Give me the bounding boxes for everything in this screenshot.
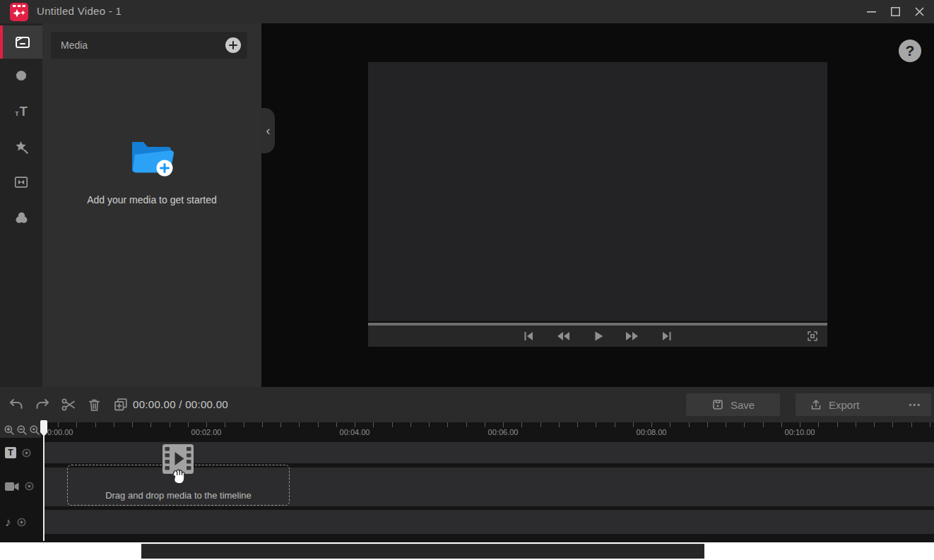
media-panel-title: Media [61,40,88,51]
sidebar-item-filters[interactable] [0,200,42,235]
ruler-tick [392,422,393,427]
ruler-tick [188,422,189,427]
ruler-tick [58,422,59,427]
cut-button[interactable] [59,396,77,414]
ruler-tick [280,422,281,427]
ruler-tick [837,422,838,427]
panel-collapse-tab[interactable]: ‹ [261,108,275,153]
ruler-tick [244,422,244,427]
ruler-tick [633,422,634,427]
transitions-icon [13,174,29,190]
add-media-folder-icon[interactable] [126,136,177,177]
ruler-tick [429,422,430,427]
effects-star-icon [13,139,30,155]
playhead-line[interactable] [43,431,45,541]
overwrite-button[interactable] [112,396,129,414]
undo-icon [8,396,25,413]
timeline-zoom-controls [0,422,41,438]
export-more-button[interactable]: ••• [909,400,921,409]
color-filters-icon [13,210,30,226]
help-button[interactable]: ? [899,40,921,62]
ruler-time-label: 00:02.00 [191,428,222,436]
titlebar: Untitled Video - 1 [0,0,934,23]
add-media-button[interactable] [225,37,241,53]
ruler-tick [503,422,504,427]
skip-end-button[interactable] [659,328,675,344]
fast-forward-button[interactable] [625,328,640,344]
zoom-out-button[interactable] [16,424,28,436]
timeline-ruler[interactable]: 00:00.0000:02.0000:04.0000:06.0000:08.00… [44,422,934,439]
ruler-tick [318,422,319,427]
media-empty-state: Add your media to get started [42,136,261,205]
ruler-time-label: 00:10.00 [785,428,815,436]
export-button[interactable]: Export [810,398,859,411]
ruler-tick [892,422,893,427]
sidebar-item-effects[interactable] [0,129,42,165]
close-button[interactable] [907,0,931,23]
ruler-tick [689,422,690,427]
ruler-tick [373,422,374,427]
undo-button[interactable] [7,396,25,414]
grab-hand-cursor-icon [170,466,189,487]
export-icon [810,398,822,411]
plus-icon [229,41,237,49]
ruler-tick [132,422,133,427]
audio-track-row [44,510,934,534]
ruler-time-label: 00:04.00 [340,428,370,436]
fullscreen-icon [806,330,819,342]
chevron-left-icon: ‹ [266,124,271,138]
dropzone-message: Drag and drop media to the timeline [68,490,289,501]
window-controls [859,0,931,23]
export-label: Export [829,399,859,411]
trash-icon [86,397,102,413]
overwrite-icon [112,396,129,413]
ruler-tick [170,422,170,427]
edit-toolbar: 00:00.00 / 00:00.00 Save Export ••• [0,387,934,422]
sidebar-item-text[interactable]: тT [0,94,42,129]
delete-button[interactable] [85,396,103,414]
rewind-button[interactable] [555,328,571,344]
fast-forward-icon [625,328,640,344]
ruler-tick [225,422,225,427]
maximize-button[interactable] [883,0,907,23]
skip-start-button[interactable] [521,328,536,344]
ruler-tick [355,422,355,427]
redo-button[interactable] [33,396,51,414]
media-panel: Media Add your media to get started [42,23,261,387]
minimize-button[interactable] [859,0,883,23]
play-button[interactable] [590,328,605,344]
timecode-display: 00:00.00 / 00:00.00 [133,398,228,410]
text-track-eye-icon[interactable] [21,448,32,458]
ruler-time-label: 00:08.00 [637,428,667,436]
ruler-tick [559,422,560,427]
question-mark-icon: ? [906,42,915,59]
shapes-icon [13,68,29,84]
ruler-time-label: 00:00.00 [43,428,73,436]
zoom-fit-button[interactable] [28,424,40,436]
fullscreen-button[interactable] [806,330,819,342]
play-icon [590,328,605,344]
app-logo-icon [10,3,28,21]
sidebar-item-transitions[interactable] [0,165,42,200]
ruler-tick [596,422,596,427]
audio-track-eye-icon[interactable] [16,517,27,528]
sidebar-item-shapes[interactable] [0,59,42,94]
timeline-scrollbar-thumb[interactable] [141,544,704,559]
ruler-tick [856,422,856,427]
save-button[interactable]: Save [686,393,780,416]
skip-start-icon [521,328,536,344]
playback-controls-bar [368,326,827,347]
ruler-tick [95,422,96,427]
tool-sidebar: тT [0,23,42,387]
video-track-eye-icon[interactable] [24,481,35,492]
ruler-tick [744,422,745,427]
ruler-time-label: 00:06.00 [488,428,519,436]
timeline-scrollbar-track[interactable] [0,542,934,560]
sidebar-item-media[interactable] [0,25,42,59]
video-track-header [5,481,35,492]
ruler-tick [577,422,578,427]
ruler-tick [466,422,467,427]
audio-track-header: ♪ [5,516,27,528]
ruler-tick [262,422,263,427]
zoom-in-button[interactable] [3,424,15,436]
